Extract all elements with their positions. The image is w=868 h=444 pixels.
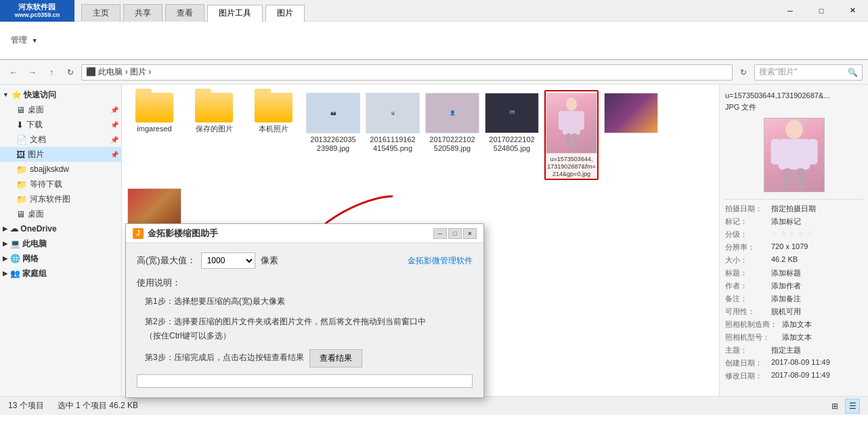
sidebar-item-pending-download[interactable]: 📁 等待下载 (0, 177, 121, 192)
detail-value-camera-make[interactable]: 添加文本 (782, 319, 812, 330)
detail-label-resolution: 分辨率： (725, 242, 768, 252)
sidebar-thispc-header[interactable]: ▶ 💻 此电脑 (0, 236, 121, 251)
detail-value-note[interactable]: 添加备注 (771, 294, 801, 304)
detail-value-created: 2017-08-09 11:49 (771, 358, 830, 368)
sidebar-onedrive-header[interactable]: ▶ ☁ OneDrive (0, 221, 121, 236)
status-selected-info: 选中 1 个项目 46.2 KB (58, 400, 138, 412)
minimize-button[interactable]: ─ (775, 0, 806, 22)
detail-value-subject[interactable]: 指定主题 (771, 345, 801, 355)
list-item[interactable] (604, 90, 658, 180)
folder-icon-p: 📁 (16, 179, 27, 190)
file-thumb-game (604, 93, 658, 133)
detail-value-title[interactable]: 添加标题 (771, 268, 801, 278)
detail-value-author[interactable]: 添加作者 (771, 281, 801, 291)
dialog-maximize-button[interactable]: □ (448, 228, 462, 239)
file-thumb-2: 🖥 (366, 93, 420, 133)
sidebar-network-header[interactable]: ▶ 🌐 网络 (0, 251, 121, 266)
detail-value-modified: 2017-08-09 11:49 (771, 371, 830, 381)
dialog-size-select[interactable]: 1000 500 600 800 1200 1600 2000 (201, 252, 255, 269)
list-item[interactable]: 🖥 20161119162415495.png (366, 90, 420, 180)
dialog-compress: J 金拓影楼缩图助手 ─ □ × 高(宽)最大值： 1000 500 600 8… (125, 223, 484, 398)
svg-rect-8 (771, 139, 781, 164)
svg-rect-11 (796, 168, 805, 188)
dialog-size-row: 高(宽)最大值： 1000 500 600 800 1200 1600 2000… (137, 252, 473, 269)
sidebar-item-sbajjkskdw[interactable]: 📁 sbajjkskdw (0, 162, 121, 177)
view-large-icon-button[interactable]: ⊞ (827, 399, 842, 414)
sidebar-quick-access-header[interactable]: ▼ ⭐ 快速访问 (0, 87, 121, 102)
sidebar-item-label: 下载 (26, 119, 43, 131)
list-item[interactable]: 本机照片 (246, 90, 301, 180)
svg-rect-3 (578, 111, 584, 130)
refresh-button[interactable]: ↻ (62, 64, 79, 81)
pictures-icon: 🖼 (16, 150, 25, 160)
detail-divider (725, 199, 863, 200)
address-refresh-icon[interactable]: ↻ (735, 64, 752, 81)
sidebar-item-label: 桌面 (28, 208, 44, 220)
file-label: imgaresed (137, 125, 171, 133)
detail-value-rating[interactable]: ☆ ☆ ☆ ☆ ☆ (771, 229, 813, 240)
desktop-icon: 🖥 (16, 105, 25, 115)
sidebar-item-hedong[interactable]: 📁 河东软件图 (0, 192, 121, 206)
tab-view[interactable]: 查看 (165, 4, 204, 22)
svg-rect-7 (778, 139, 810, 169)
address-path[interactable]: ⬛ 此电脑 › 图片 › (81, 64, 733, 81)
dialog-step2: 第2步：选择要压缩的图片文件夹或者图片文件，然后将文件拖动到当前窗口中 （按住C… (145, 315, 473, 344)
dialog-close-button[interactable]: × (463, 228, 477, 239)
list-item[interactable]: imgaresed (127, 90, 181, 180)
svg-rect-9 (807, 139, 817, 164)
detail-filename: u=1573503644,1731902687&... (725, 91, 863, 99)
dialog-window-controls: ─ □ × (433, 228, 477, 239)
pin-icon-pictures: 📌 (110, 151, 118, 158)
list-item[interactable]: 保存的图片 (187, 90, 241, 180)
maximize-button[interactable]: □ (806, 0, 837, 22)
sidebar-thispc-section: ▶ 💻 此电脑 (0, 236, 121, 251)
forward-button[interactable]: → (24, 64, 41, 81)
back-button[interactable]: ← (5, 64, 22, 81)
detail-value-camera-model[interactable]: 添加文本 (782, 332, 812, 342)
dialog-minimize-button[interactable]: ─ (433, 228, 447, 239)
tab-home[interactable]: 主页 (81, 4, 121, 22)
detail-value-tag[interactable]: 添加标记 (771, 217, 801, 227)
list-item[interactable]: u=1573503644,1731902687&fm=214&gp=0.jpg (544, 90, 599, 180)
svg-rect-5 (572, 133, 577, 148)
close-button[interactable]: ✕ (837, 0, 868, 22)
dialog-step3: 第3步：压缩完成后，点击右边按钮查看结果 (145, 351, 304, 365)
tab-share[interactable]: 共享 (123, 4, 162, 22)
sidebar-item-desktop[interactable]: 🖥 桌面 📌 (0, 102, 121, 117)
tab-picture-tools[interactable]: 图片工具 (207, 5, 263, 22)
pin-icon-desktop: 📌 (110, 106, 118, 114)
list-item[interactable]: 👤 20170222102520589.jpg (425, 90, 479, 180)
window-controls: ─ □ ✕ (775, 0, 868, 22)
sidebar-item-documents[interactable]: 📄 文档 📌 (0, 132, 121, 147)
status-bar: 13 个项目 选中 1 个项目 46.2 KB ⊞ ☰ (0, 396, 868, 415)
search-box[interactable]: 搜索"图片" 🔍 (754, 64, 863, 81)
file-label: 保存的图片 (196, 125, 233, 133)
list-item[interactable]: 🌃 20170222102524805.jpg (485, 90, 539, 180)
sidebar-item-download[interactable]: ⬇ 下载 📌 (0, 117, 121, 132)
sidebar-item-desktop2[interactable]: 🖥 桌面 (0, 206, 121, 221)
tab-picture[interactable]: 图片 (265, 5, 305, 22)
dialog-view-result-button[interactable]: 查看结果 (309, 349, 362, 368)
ribbon-manage-label: 管理 (11, 35, 27, 46)
view-details-button[interactable]: ☰ (845, 399, 860, 414)
detail-label-created: 创建日期： (725, 358, 768, 368)
detail-value-capture[interactable]: 指定拍摄日期 (771, 204, 816, 214)
homegroup-arrow: ▶ (3, 270, 7, 277)
up-button[interactable]: ↑ (43, 64, 60, 81)
girl-thumb-svg (555, 96, 588, 150)
sidebar-item-pictures[interactable]: 🖼 图片 📌 (0, 147, 121, 162)
detail-value-resolution: 720 x 1079 (771, 242, 808, 252)
sidebar: ▼ ⭐ 快速访问 🖥 桌面 📌 ⬇ 下载 📌 📄 文档 📌 🖼 图片 (0, 85, 122, 396)
title-bar: 河东软件园 www.pc0359.cn 主页 共享 查看 图片工具 图片 ─ □… (0, 0, 868, 22)
list-item[interactable]: 📷 2013226203523989.jpg (306, 90, 360, 180)
sidebar-quick-access-label: ⭐ 快速访问 (12, 89, 56, 101)
desktop2-icon: 🖥 (16, 209, 25, 219)
file-label: 20170222102520589.jpg (428, 135, 477, 153)
dialog-body: 高(宽)最大值： 1000 500 600 800 1200 1600 2000… (126, 243, 483, 397)
file-label: 20170222102524805.jpg (487, 135, 536, 153)
sidebar-homegroup-header[interactable]: ▶ 👥 家庭组 (0, 266, 121, 281)
detail-row-resolution: 分辨率： 720 x 1079 (725, 242, 863, 252)
dialog-title-text: 金拓影楼缩图助手 (148, 227, 218, 240)
detail-row-size: 大小： 46.2 KB (725, 255, 863, 265)
dialog-link[interactable]: 金拓影微管理软件 (408, 255, 473, 267)
